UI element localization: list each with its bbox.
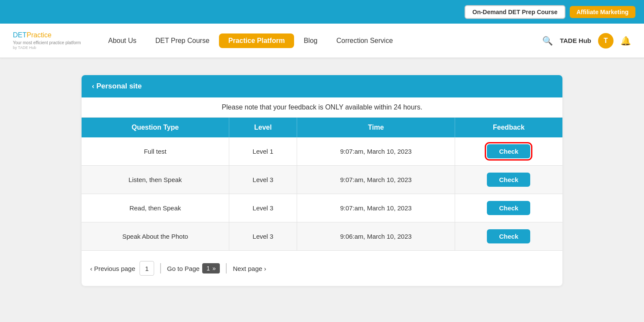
col-question-type: Question Type [82,118,229,137]
cell-level: Level 3 [229,222,297,251]
cell-question-type: Read, then Speak [82,194,229,222]
logo-by: by TADE Hub [13,46,82,50]
goto-box: Go to Page 1 » [160,263,227,273]
pagination: ‹ Previous page 1 Go to Page 1 » Next pa… [82,251,562,286]
table-header-row: Question Type Level Time Feedback [82,118,562,137]
cell-feedback: Check [455,222,562,251]
table-row: Read, then SpeakLevel 39:07:am, March 10… [82,194,562,222]
logo-det: DET [13,31,27,39]
feedback-table: Question Type Level Time Feedback Full t… [82,118,562,251]
goto-label: Go to Page [167,265,200,272]
back-link[interactable]: ‹ Personal site [92,82,142,91]
cell-feedback: Check [455,166,562,194]
affiliate-marketing-button[interactable]: Affiliate Marketing [570,6,635,18]
logo: DETPractice Your most efficient practice… [13,31,82,50]
col-feedback: Feedback [455,118,562,137]
nav-links: About Us DET Prep Course Practice Platfo… [99,33,542,48]
logo-practice: Practice [27,31,52,39]
cell-level: Level 3 [229,194,297,222]
nav-correction[interactable]: Correction Service [327,33,402,48]
next-page-button[interactable]: Next page › [233,265,266,272]
cell-level: Level 1 [229,137,297,166]
previous-page-button[interactable]: ‹ Previous page [90,265,135,272]
cell-feedback: Check [455,194,562,222]
nav-blog[interactable]: Blog [294,33,327,48]
check-button-0[interactable]: Check [487,144,530,158]
cell-question-type: Full test [82,137,229,166]
table-row: Speak About the PhotoLevel 39:06:am, Mar… [82,222,562,251]
table-body: Full testLevel 19:07:am, March 10, 2023C… [82,137,562,251]
top-banner: On-Demand DET Prep Course Affiliate Mark… [0,0,644,24]
bell-icon[interactable]: 🔔 [620,36,631,46]
goto-page-button[interactable]: 1 » [202,263,220,273]
col-time: Time [297,118,455,137]
search-icon[interactable]: 🔍 [542,36,553,46]
main-content: ‹ Personal site Please note that your fe… [73,75,571,286]
table-header-bar: ‹ Personal site [82,75,562,97]
table-row: Full testLevel 19:07:am, March 10, 2023C… [82,137,562,166]
col-level: Level [229,118,297,137]
on-demand-button[interactable]: On-Demand DET Prep Course [465,5,565,19]
cell-question-type: Speak About the Photo [82,222,229,251]
page-number-1[interactable]: 1 [140,261,154,276]
cell-feedback: Check [455,137,562,166]
navbar: DETPractice Your most efficient practice… [0,24,644,58]
check-button-3[interactable]: Check [487,229,530,243]
nav-det-prep[interactable]: DET Prep Course [146,33,219,48]
feedback-notice: Please note that your feedback is ONLY a… [82,97,562,118]
table-container: ‹ Personal site Please note that your fe… [82,75,562,286]
nav-right: 🔍 TADE Hub T 🔔 [542,33,631,49]
nav-about[interactable]: About Us [99,33,146,48]
cell-time: 9:07:am, March 10, 2023 [297,137,455,166]
nav-practice-platform[interactable]: Practice Platform [219,33,295,48]
check-button-2[interactable]: Check [487,201,530,215]
cell-time: 9:06:am, March 10, 2023 [297,222,455,251]
cell-level: Level 3 [229,166,297,194]
table-row: Listen, then SpeakLevel 39:07:am, March … [82,166,562,194]
cell-question-type: Listen, then Speak [82,166,229,194]
logo-subtitle: Your most efficient practice platform [13,40,82,46]
avatar[interactable]: T [598,33,614,49]
check-button-1[interactable]: Check [487,173,530,187]
cell-time: 9:07:am, March 10, 2023 [297,194,455,222]
cell-time: 9:07:am, March 10, 2023 [297,166,455,194]
tade-hub-label[interactable]: TADE Hub [560,37,591,44]
